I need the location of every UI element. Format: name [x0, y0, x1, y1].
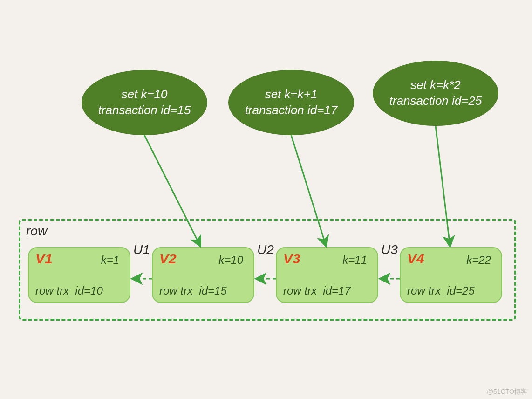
- diagram-canvas: set k=10 transaction id=15 set k=k+1 tra…: [0, 0, 532, 399]
- undo-label-u3: U3: [381, 242, 398, 257]
- transaction-ellipse-1: set k=10 transaction id=15: [82, 70, 207, 135]
- v3-trx: row trx_id=17: [283, 284, 351, 297]
- v3-name: V3: [283, 251, 300, 267]
- version-card-v2: V2 k=10 row trx_id=15: [152, 247, 254, 303]
- transaction-ellipse-3: set k=k*2 transaction id=25: [373, 61, 498, 126]
- row-label: row: [26, 224, 47, 239]
- tx3-set: set k=k*2: [410, 77, 461, 93]
- v4-name: V4: [407, 251, 424, 267]
- tx1-id: transaction id=15: [98, 103, 191, 118]
- v2-k: k=10: [218, 254, 243, 267]
- tx2-set: set k=k+1: [265, 87, 318, 103]
- tx3-id: transaction id=25: [389, 93, 482, 109]
- v3-k: k=11: [342, 254, 367, 267]
- v1-k: k=1: [101, 254, 119, 267]
- undo-label-u2: U2: [257, 242, 274, 257]
- v1-name: V1: [35, 251, 53, 267]
- tx2-id: transaction id=17: [245, 103, 338, 118]
- watermark: @51CTO博客: [487, 388, 527, 396]
- v2-name: V2: [159, 251, 177, 267]
- v1-trx: row trx_id=10: [35, 284, 103, 297]
- version-card-v1: V1 k=1 row trx_id=10: [28, 247, 130, 303]
- version-card-v3: V3 k=11 row trx_id=17: [276, 247, 378, 303]
- version-card-v4: V4 k=22 row trx_id=25: [400, 247, 502, 303]
- undo-label-u1: U1: [133, 242, 150, 257]
- tx1-set: set k=10: [121, 87, 167, 103]
- transaction-ellipse-2: set k=k+1 transaction id=17: [228, 70, 354, 135]
- arrows-layer: [0, 0, 532, 399]
- v4-trx: row trx_id=25: [407, 284, 475, 297]
- v4-k: k=22: [466, 254, 491, 267]
- v2-trx: row trx_id=15: [159, 284, 227, 297]
